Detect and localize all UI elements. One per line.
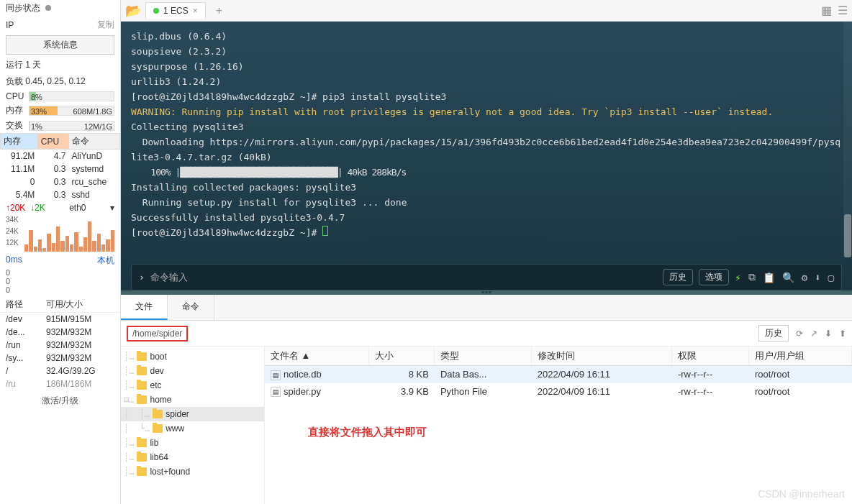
- db-file-icon: ▤: [271, 370, 281, 380]
- file-list: 文件名 ▲ 大小 类型 修改时间 权限 用户/用户组 ▤notice.db8 K…: [265, 347, 852, 504]
- upload-icon[interactable]: ⬆: [839, 329, 846, 339]
- load-text: 负载 0.45, 0.25, 0.12: [0, 73, 120, 90]
- col-perm[interactable]: 权限: [672, 347, 749, 366]
- swap-metric: 交换 1%12M/1G: [0, 118, 120, 133]
- table-row: /32.4G/39.2G: [0, 365, 120, 377]
- search-icon[interactable]: 🔍: [782, 272, 794, 283]
- sync-status-row: 同步状态: [0, 0, 120, 17]
- folder-tree[interactable]: ┊…boot┊…dev┊…etc⊟…home┊ ┊…spider┊ └…www┊…: [121, 347, 265, 504]
- options-button[interactable]: 选项: [699, 269, 729, 285]
- col-mem[interactable]: 内存: [1, 134, 38, 150]
- file-row[interactable]: ▤spider.py3.9 KBPython File2022/04/09 16…: [265, 383, 852, 400]
- grid-view-icon[interactable]: ▦: [821, 4, 832, 17]
- tab-bar: 📂 1 ECS × + ▦ ☰: [121, 0, 852, 22]
- py-file-icon: ▤: [271, 387, 281, 397]
- file-manager: 文件 命令 /home/spider 历史 ⟳ ↗ ⬇ ⬆ ┊…boot┊…de…: [121, 295, 852, 504]
- table-row: 5.4M0.3sshd: [1, 188, 120, 201]
- path-history-button[interactable]: 历史: [758, 325, 789, 342]
- terminal-output: slip.dbus (0.6.4)soupsieve (2.3.2)syspur…: [131, 29, 842, 258]
- col-size[interactable]: 大小: [368, 347, 435, 366]
- tree-item-lib[interactable]: ┊…lib: [121, 436, 264, 450]
- file-row[interactable]: ▤notice.db8 KBData Bas...2022/04/09 16:1…: [265, 366, 852, 383]
- drag-hint-text: 直接将文件拖入其中即可: [308, 426, 427, 439]
- sync-label: 同步状态: [6, 3, 40, 13]
- history-button[interactable]: 历史: [663, 269, 693, 285]
- folder-open-icon[interactable]: 📂: [125, 3, 141, 19]
- col-cpu[interactable]: CPU: [37, 134, 68, 150]
- mem-metric: 内存 33%608M/1.8G: [0, 103, 120, 118]
- copy-button[interactable]: 复制: [97, 19, 114, 31]
- table-row: 91.2M4.7AliYunD: [1, 150, 120, 163]
- folder-icon: [137, 439, 147, 447]
- close-icon[interactable]: ×: [193, 6, 198, 16]
- table-row: /ru186M/186M: [0, 377, 120, 390]
- watermark: CSDN @innerheart: [758, 488, 845, 500]
- add-tab-button[interactable]: +: [210, 4, 228, 17]
- folder-icon: [137, 352, 147, 361]
- col-owner[interactable]: 用户/用户组: [749, 347, 852, 366]
- folder-icon: [137, 453, 147, 462]
- network-chart: 34K 24K 12K: [6, 216, 114, 252]
- table-row: 00.3rcu_sche: [1, 175, 120, 188]
- status-dot-icon: [45, 5, 51, 11]
- col-type[interactable]: 类型: [435, 347, 532, 366]
- tab-ecs[interactable]: 1 ECS ×: [145, 2, 206, 19]
- tree-item-lib64[interactable]: ┊…lib64: [121, 450, 264, 464]
- gear-icon[interactable]: ⚙: [802, 272, 807, 283]
- net-up: ↑20K: [6, 203, 25, 213]
- tree-item-dev[interactable]: ┊…dev: [121, 364, 264, 378]
- cpu-metric: CPU 8%: [0, 90, 120, 103]
- folder-icon: [137, 395, 147, 404]
- tree-item-lost+found[interactable]: ┊…lost+found: [121, 464, 264, 479]
- tree-item-etc[interactable]: ┊…etc: [121, 378, 264, 393]
- bolt-icon[interactable]: ⚡: [735, 272, 740, 283]
- table-row: /dev915M/915M: [0, 313, 120, 326]
- fullscreen-icon[interactable]: ▢: [828, 272, 834, 283]
- tree-item-spider[interactable]: ┊ ┊…spider: [121, 407, 264, 421]
- terminal[interactable]: slip.dbus (0.6.4)soupsieve (2.3.2)syspur…: [121, 22, 852, 295]
- tab-label: 1 ECS: [163, 6, 189, 16]
- refresh-icon[interactable]: ⟳: [796, 329, 803, 339]
- net-interface: eth0: [69, 203, 86, 213]
- tree-item-boot[interactable]: ┊…boot: [121, 349, 264, 364]
- scrollbar[interactable]: [843, 22, 852, 257]
- uptime-text: 运行 1 天: [0, 57, 120, 73]
- download-icon[interactable]: ⬇: [815, 272, 820, 283]
- tab-files[interactable]: 文件: [121, 295, 168, 320]
- folder-icon: [137, 367, 147, 375]
- activate-button[interactable]: 激活/升级: [0, 390, 120, 411]
- chevron-right-icon: ›: [139, 272, 145, 283]
- system-info-button[interactable]: 系统信息: [6, 35, 114, 55]
- table-row: /run932M/932M: [0, 339, 120, 352]
- col-filename[interactable]: 文件名 ▲: [265, 347, 368, 366]
- ip-label: IP: [6, 20, 14, 30]
- table-row: /sy...932M/932M: [0, 352, 120, 365]
- list-view-icon[interactable]: ☰: [838, 4, 848, 17]
- download-file-icon[interactable]: ⬇: [825, 329, 832, 339]
- net-down: ↓2K: [30, 203, 45, 213]
- path-input[interactable]: /home/spider: [127, 326, 188, 342]
- network-row: ↑20K ↓2K eth0 ▾: [0, 201, 120, 214]
- folder-icon: [137, 381, 147, 390]
- folder-icon: [137, 467, 147, 476]
- tree-item-www[interactable]: ┊ └…www: [121, 421, 264, 436]
- col-cmd[interactable]: 命令: [68, 134, 119, 150]
- folder-icon: [153, 410, 163, 418]
- disk-table: 路径可用/大小 /dev915M/915M /de...932M/932M /r…: [0, 297, 120, 390]
- resize-handle[interactable]: ▪▪▪: [121, 290, 852, 295]
- col-mtime[interactable]: 修改时间: [532, 347, 672, 366]
- chevron-down-icon[interactable]: ▾: [110, 203, 114, 213]
- latency-row: 0ms 本机: [0, 253, 120, 268]
- copy-icon[interactable]: ⧉: [748, 271, 756, 283]
- open-icon[interactable]: ↗: [810, 329, 817, 339]
- process-table: 内存CPU命令 91.2M4.7AliYunD 11.1M0.3systemd …: [0, 133, 120, 201]
- folder-icon: [153, 424, 163, 433]
- ip-row: IP 复制: [0, 17, 120, 33]
- tree-item-home[interactable]: ⊟…home: [121, 393, 264, 407]
- command-input[interactable]: 命令输入: [150, 271, 657, 284]
- latency-zeros: 000: [0, 268, 120, 294]
- command-bar: › 命令输入 历史 选项 ⚡ ⧉ 📋 🔍 ⚙ ⬇ ▢: [131, 264, 842, 290]
- paste-icon[interactable]: 📋: [763, 272, 775, 283]
- tab-commands[interactable]: 命令: [168, 295, 214, 320]
- sidebar: 同步状态 IP 复制 系统信息 运行 1 天 负载 0.45, 0.25, 0.…: [0, 0, 121, 504]
